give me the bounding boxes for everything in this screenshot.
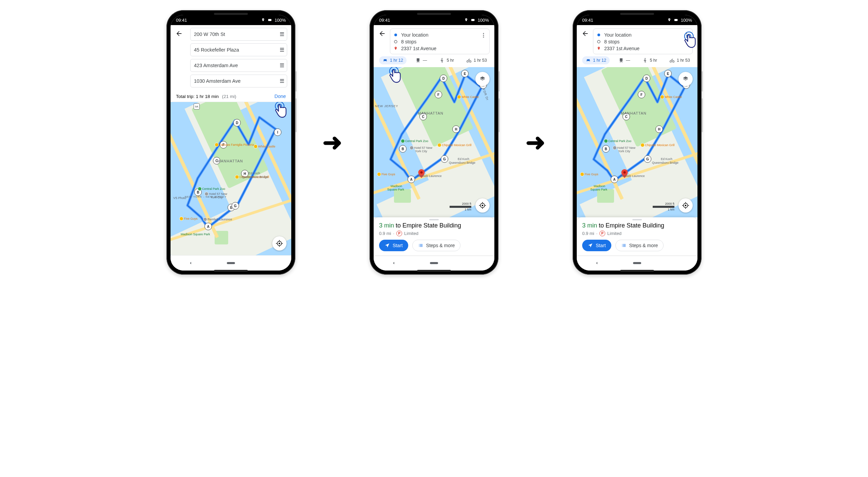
poi-rl: Reinlieb Laurence <box>620 174 645 178</box>
destination-text: 2337 1st Avenue <box>604 46 639 51</box>
sys-empty <box>267 259 275 267</box>
locate-icon <box>479 202 486 209</box>
system-navbar <box>577 255 697 271</box>
layers-icon <box>479 76 486 82</box>
start-button[interactable]: Start <box>379 240 408 251</box>
stops-icon <box>597 40 601 44</box>
poi-msp1: Madison <box>594 184 605 188</box>
summary-distance: (21 mi) <box>222 94 236 99</box>
drag-handle-icon[interactable]: ☰ <box>280 78 283 84</box>
svg-point-15 <box>686 33 687 34</box>
route-stop-e[interactable]: E <box>461 70 469 77</box>
drag-handle-icon[interactable]: ☰ <box>280 63 283 68</box>
sys-back-button[interactable] <box>186 259 195 267</box>
route-stop-d[interactable]: D <box>643 75 650 82</box>
location-icon <box>261 18 265 22</box>
svg-point-14 <box>394 40 397 43</box>
steps-button[interactable]: Steps & more <box>615 240 664 251</box>
back-button[interactable] <box>175 30 183 39</box>
drag-handle-icon[interactable]: ☰ <box>280 32 283 37</box>
poi-ek2: Queensboro Bridge <box>652 161 678 164</box>
stop-row[interactable]: 200 W 70th St☰ <box>190 28 287 41</box>
route-bottom-sheet[interactable]: 3 min to Empire State Building 0.9 mi · … <box>374 217 494 255</box>
flow-arrow-icon: ➜ <box>322 128 342 156</box>
sheet-distance: 0.9 mi <box>582 231 594 236</box>
sys-back-button[interactable] <box>390 259 398 267</box>
stop-address: 1030 Amsterdam Ave <box>194 78 241 84</box>
recenter-button[interactable] <box>678 198 693 213</box>
layers-button[interactable] <box>475 72 490 86</box>
layers-button[interactable] <box>678 72 693 86</box>
status-battery: 100% <box>275 18 286 23</box>
mode-walk[interactable]: 5 hr <box>436 56 457 64</box>
route-stop-b[interactable]: B <box>399 145 407 153</box>
phone-3: 09:41 100% Your location 8 stops <box>573 10 702 275</box>
poi-h57b: York City <box>618 150 630 153</box>
poi-cmg: Chipotle Mexican Grill <box>645 143 675 147</box>
mode-bike[interactable]: 1 hr 53 <box>463 56 490 64</box>
mode-transit[interactable]: — <box>615 56 634 64</box>
system-navbar <box>374 255 494 271</box>
map[interactable]: A B C D E F G H I MANHATTAN White Castle… <box>577 67 697 217</box>
steps-button[interactable]: Steps & more <box>412 240 461 251</box>
start-button[interactable]: Start <box>582 240 611 251</box>
back-button[interactable] <box>581 30 589 39</box>
route-stop-e[interactable]: E <box>664 70 672 77</box>
route-stop-b[interactable]: B <box>602 145 610 153</box>
origin-text: Your location <box>604 32 631 38</box>
poi-msp2: Square Park <box>590 188 607 191</box>
mode-car[interactable]: 1 hr 12 <box>582 56 610 64</box>
parking-icon: P <box>396 231 402 236</box>
directions-card[interactable]: Your location 8 stops 2337 1st Avenue <box>593 28 693 54</box>
status-battery: 100% <box>478 18 489 23</box>
route-stop-h[interactable]: H <box>655 125 663 133</box>
drag-handle-icon[interactable]: ☰ <box>280 47 283 53</box>
route-stop-f[interactable]: F <box>435 91 442 98</box>
stops-list: 200 W 70th St☰ 45 Rockefeller Plaza☰ 423… <box>171 25 291 90</box>
route-stop-d[interactable]: D <box>233 119 241 126</box>
route-stop-d[interactable]: D <box>440 75 447 82</box>
route-stop-h[interactable]: H <box>452 125 460 133</box>
menu-button[interactable] <box>684 32 690 40</box>
poi-ek2: Queensboro Bridge <box>449 161 475 164</box>
route-stop-a[interactable]: A <box>611 176 618 183</box>
mode-car[interactable]: 1 hr 12 <box>379 56 407 64</box>
recenter-button[interactable] <box>475 198 490 213</box>
sys-home-button[interactable] <box>430 259 438 267</box>
back-button[interactable] <box>378 30 386 39</box>
status-time: 09:41 <box>582 18 593 23</box>
route-line <box>577 67 697 198</box>
route-bottom-sheet[interactable]: 3 min to Empire State Building 0.9 mi · … <box>577 217 697 255</box>
map[interactable]: A B C D E F G H I MANHATTAN NEW YORK - N… <box>171 102 291 255</box>
navigate-icon <box>588 243 593 248</box>
map[interactable]: A B C D E F G H I MANHATTAN NEW JERSEY W… <box>374 67 494 217</box>
recenter-button[interactable] <box>272 236 287 251</box>
sys-home-button[interactable] <box>633 259 641 267</box>
parking-icon: P <box>599 231 605 236</box>
poi-hotel57-1: Hotel 57 New <box>209 192 227 196</box>
route-stop-g[interactable]: G <box>441 155 448 163</box>
route-stop-f[interactable]: F <box>638 91 645 98</box>
svg-point-19 <box>597 40 600 43</box>
location-icon <box>464 18 468 22</box>
done-button[interactable]: Done <box>275 94 286 99</box>
stop-row[interactable]: 45 Rockefeller Plaza☰ <box>190 43 287 56</box>
sys-back-button[interactable] <box>593 259 601 267</box>
mode-bike[interactable]: 1 hr 53 <box>666 56 693 64</box>
menu-button[interactable] <box>480 32 487 40</box>
sys-home-button[interactable] <box>227 259 235 267</box>
stop-row[interactable]: 423 Amsterdam Ave☰ <box>190 59 287 72</box>
stop-row[interactable]: 1030 Amsterdam Ave☰ <box>190 75 287 87</box>
route-stop-g[interactable]: G <box>232 202 239 210</box>
route-stop-a[interactable]: A <box>204 223 212 230</box>
poi-five-guys: Five Guys <box>184 217 198 220</box>
battery-icon <box>470 18 476 22</box>
route-stop-i[interactable]: I <box>274 128 281 136</box>
mode-transit[interactable]: — <box>412 56 431 64</box>
battery-icon <box>267 18 273 22</box>
directions-card[interactable]: Your location 8 stops 2337 1st Avenue <box>390 28 490 54</box>
route-stop-g[interactable]: G <box>644 155 651 163</box>
origin-icon <box>597 33 601 37</box>
mode-walk[interactable]: 5 hr <box>639 56 660 64</box>
route-stop-a[interactable]: A <box>408 176 415 183</box>
